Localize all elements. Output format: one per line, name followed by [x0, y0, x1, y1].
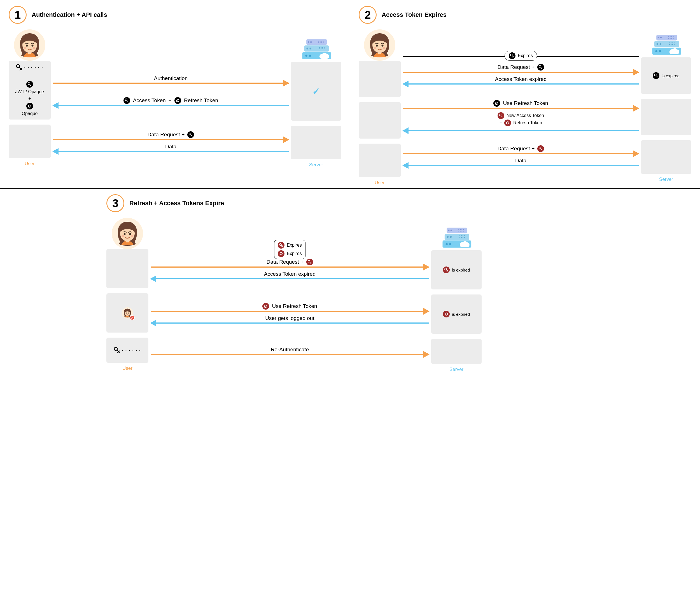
- refresh-token-expired-icon: [443, 311, 450, 318]
- panel-auth-api-calls: 1 Authentication + API calls • • • • • •…: [0, 0, 350, 189]
- opaque-label: Opaque: [22, 111, 38, 116]
- new-access-token-icon: [497, 112, 504, 119]
- arrow-data-response: Data: [53, 144, 289, 153]
- server-label: Server: [291, 162, 341, 168]
- panel-2-title: Access Token Expires: [382, 11, 447, 18]
- access-token-icon: [306, 259, 313, 265]
- panel-3-title: Refresh + Access Tokens Expire: [129, 200, 224, 207]
- panel-access-token-expires: 2 Access Token Expires User Expires: [350, 0, 700, 189]
- access-token-expired-icon: [443, 266, 450, 273]
- refresh-token-icon: [493, 100, 500, 107]
- new-refresh-token-icon: [504, 119, 511, 126]
- arrow-data-request: Data Request +: [403, 64, 639, 74]
- credentials-icon: • • • • • •: [16, 64, 43, 71]
- user-label: User: [9, 161, 51, 167]
- arrow-authentication: Authentication: [53, 75, 289, 85]
- server-icon: [301, 37, 332, 62]
- access-token-icon: [653, 72, 659, 79]
- panel-refresh-access-expire: 3 Refresh + Access Tokens Expire ✕ • • •…: [98, 189, 490, 375]
- step-number-1: 1: [9, 6, 26, 24]
- step-number-3: 3: [107, 194, 124, 212]
- plus-label: +: [28, 96, 31, 101]
- refresh-token-icon: [262, 303, 269, 310]
- arrow-data-response: Data: [403, 158, 639, 167]
- refresh-token-icon: [26, 103, 33, 110]
- arrow-use-refresh-token: Use Refresh Token: [151, 303, 429, 313]
- panel-1-title: Authentication + API calls: [32, 11, 107, 18]
- arrow-expired-response: Access Token expired: [403, 76, 639, 86]
- step-number-2: 2: [359, 6, 377, 24]
- new-access-token-icon: [537, 145, 544, 152]
- arrow-data-request: Data Request +: [53, 132, 289, 141]
- user-avatar-icon: [13, 28, 46, 62]
- jwt-opaque-label: JWT / Opaque: [15, 89, 44, 94]
- arrow-data-request: Data Request +: [151, 259, 429, 269]
- user-avatar-icon: [363, 28, 396, 62]
- logout-badge-icon: ✕: [130, 315, 135, 320]
- arrow-tokens-returned: Access Token + Refresh Token: [53, 98, 289, 107]
- user-avatar-icon: [111, 217, 144, 250]
- arrow-new-tokens: [403, 129, 639, 132]
- credentials-icon: • • • • • •: [114, 347, 141, 354]
- arrow-expired-response: Access Token expired: [151, 271, 429, 281]
- arrow-reauthenticate: Re-Authenticate: [151, 346, 429, 356]
- access-token-expired-icon: [278, 242, 284, 249]
- access-token-icon: [187, 131, 194, 138]
- server-label: Server: [431, 367, 481, 372]
- access-token-icon: [26, 81, 33, 88]
- access-token-icon: [124, 97, 130, 104]
- server-icon: [651, 32, 682, 57]
- arrow-data-request-retry: Data Request +: [403, 146, 639, 155]
- arrow-logged-out: User gets logged out: [151, 315, 429, 325]
- user-label: User: [107, 366, 148, 371]
- server-label: Server: [641, 177, 691, 182]
- access-token-icon: [537, 64, 544, 71]
- server-icon: [441, 225, 472, 250]
- user-label: User: [359, 180, 401, 186]
- arrow-use-refresh-token: Use Refresh Token: [403, 100, 639, 110]
- refresh-token-icon: [174, 97, 181, 104]
- checkmark-icon: ✓: [312, 86, 320, 97]
